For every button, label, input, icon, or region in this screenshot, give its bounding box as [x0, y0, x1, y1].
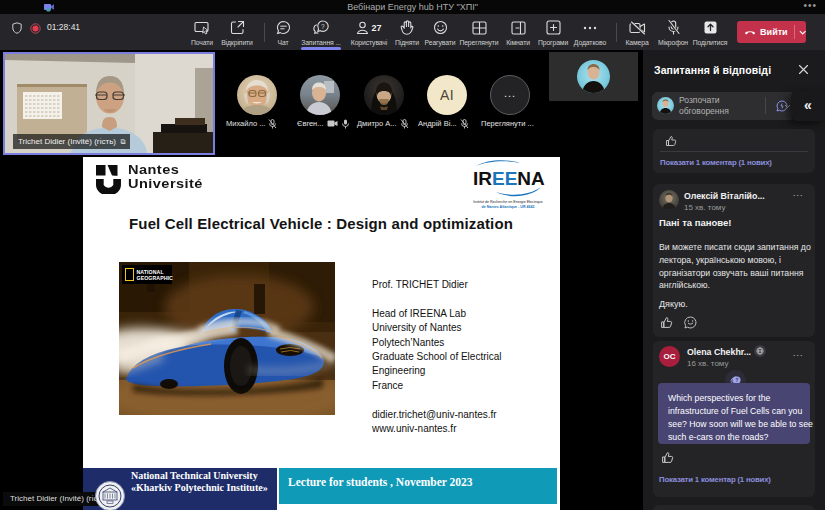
- svg-text:de Nantes Atlantique - UR 4642: de Nantes Atlantique - UR 4642: [482, 205, 535, 209]
- svg-text:?: ?: [321, 22, 325, 29]
- svg-text:Institut de Recherche en Energ: Institut de Recherche en Energie Electri…: [473, 200, 542, 204]
- svg-text:IREENA: IREENA: [473, 168, 545, 189]
